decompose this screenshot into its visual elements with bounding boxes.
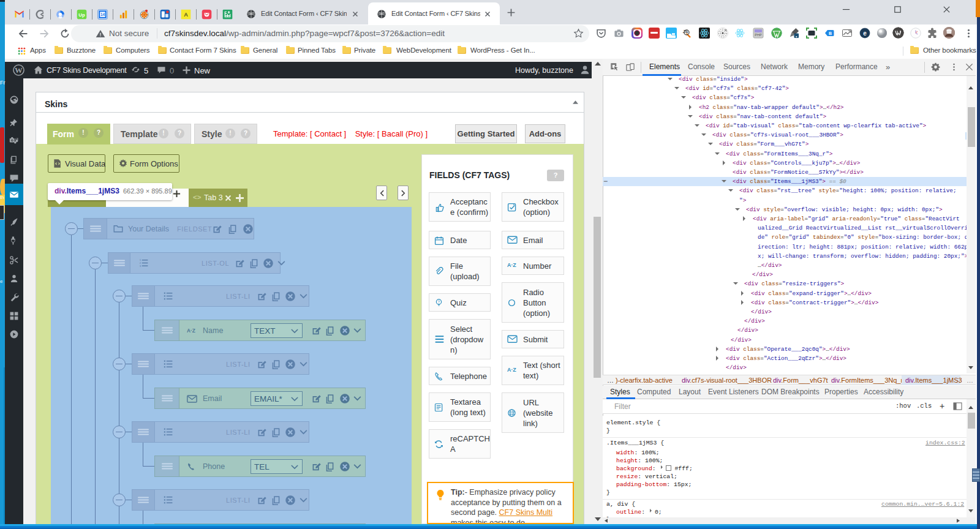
- svg-text:PHP: PHP: [755, 33, 762, 37]
- svg-text:B: B: [829, 31, 832, 36]
- svg-text:W: W: [15, 66, 23, 75]
- svg-text:A·Z: A·Z: [187, 328, 195, 334]
- svg-text:3: 3: [140, 264, 141, 268]
- svg-text:e: e: [863, 30, 867, 37]
- svg-text:Up: Up: [78, 12, 85, 18]
- svg-text:A·Z: A·Z: [507, 262, 516, 268]
- svg-text:A: A: [184, 12, 188, 18]
- svg-text:14: 14: [100, 12, 105, 17]
- svg-text:?: ?: [438, 300, 440, 304]
- svg-text:A·Z: A·Z: [507, 367, 516, 373]
